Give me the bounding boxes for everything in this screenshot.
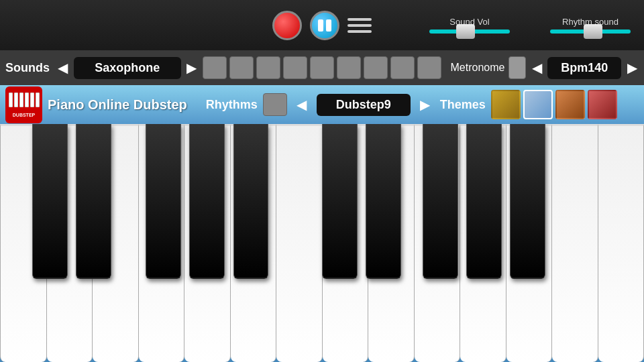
transport-controls [272, 11, 372, 40]
menu-line [347, 30, 372, 33]
top-bar: Sound Vol Rhythm sound [0, 0, 644, 50]
rhythm-sound-thumb[interactable] [584, 24, 602, 39]
logo-white-key [25, 93, 29, 107]
sliders-area: Sound Vol Rhythm sound [429, 17, 631, 34]
menu-line [347, 24, 372, 27]
black-key-5[interactable] [233, 124, 269, 279]
piano-area [0, 124, 644, 362]
sound-square-1[interactable] [203, 56, 227, 79]
black-key-2[interactable] [76, 124, 111, 279]
piano-container [0, 124, 644, 362]
black-key-4[interactable] [189, 124, 225, 279]
themes-label: Themes [440, 98, 486, 112]
pause-bar-right [326, 19, 331, 32]
rhythm-prev-button[interactable]: ◀ [292, 95, 311, 114]
black-key-1[interactable] [32, 124, 68, 279]
theme-blue[interactable] [523, 90, 553, 119]
logo-white-key [30, 93, 34, 107]
rhythm-next-button[interactable]: ▶ [416, 95, 435, 114]
current-sound-button[interactable]: Saxophone [74, 57, 181, 79]
white-key-13[interactable] [552, 124, 598, 362]
pause-button[interactable] [310, 11, 339, 40]
middle-row: DUBSTEP Piano Online Dubstep Rhythms ◀ D… [0, 85, 644, 124]
black-key-10[interactable] [510, 124, 545, 279]
current-rhythm-button[interactable]: Dubstep9 [317, 94, 411, 116]
sound-square-7[interactable] [364, 56, 388, 79]
sound-vol-thumb[interactable] [456, 24, 475, 39]
logo-white-key [14, 93, 18, 107]
sound-square-9[interactable] [417, 56, 441, 79]
sound-vol-track[interactable] [429, 29, 510, 34]
sound-square-4[interactable] [283, 56, 307, 79]
piano-title: Piano Online Dubstep [48, 97, 187, 113]
logo-white-key [9, 93, 13, 107]
rhythms-label: Rhythms [206, 98, 258, 112]
sound-vol-group: Sound Vol [429, 17, 510, 34]
logo-text: DUBSTEP [13, 113, 35, 117]
rhythm-sound-group: Rhythm sound [550, 17, 631, 34]
sounds-label: Sounds [5, 61, 52, 75]
menu-button[interactable] [347, 13, 372, 38]
black-key-9[interactable] [466, 124, 502, 279]
black-key-3[interactable] [146, 124, 181, 279]
bpm-next-button[interactable]: ▶ [625, 58, 639, 77]
theme-swatches [491, 90, 617, 119]
rhythm-sound-track[interactable] [550, 29, 631, 34]
sound-square-8[interactable] [390, 56, 415, 79]
sound-prev-button[interactable]: ◀ [56, 58, 70, 77]
logo-white-key [19, 93, 23, 107]
bpm-prev-button[interactable]: ◀ [530, 58, 543, 77]
app-logo: DUBSTEP [5, 86, 42, 123]
white-key-14[interactable] [598, 124, 645, 362]
metronome-label: Metronome [451, 62, 505, 74]
sound-square-6[interactable] [337, 56, 361, 79]
rhythm-square[interactable] [263, 93, 287, 116]
sound-square-3[interactable] [256, 56, 280, 79]
black-key-7[interactable] [366, 124, 401, 279]
logo-white-keys [9, 93, 40, 111]
theme-copper[interactable] [555, 90, 585, 119]
theme-gold[interactable] [491, 90, 521, 119]
sound-squares [203, 56, 441, 79]
sound-square-5[interactable] [310, 56, 334, 79]
white-key-7[interactable] [276, 124, 323, 362]
sound-next-button[interactable]: ▶ [185, 58, 199, 77]
bpm-button[interactable]: Bpm140 [547, 57, 621, 79]
record-button[interactable] [272, 11, 302, 40]
menu-line [347, 18, 372, 21]
black-key-8[interactable] [423, 124, 458, 279]
sound-square-2[interactable] [229, 56, 254, 79]
logo-keys-container [8, 93, 40, 111]
logo-white-key [36, 93, 40, 107]
pause-bar-left [318, 19, 323, 32]
black-key-6[interactable] [322, 124, 358, 279]
metronome-toggle[interactable] [508, 56, 526, 79]
theme-red[interactable] [588, 90, 617, 119]
sound-row: Sounds ◀ Saxophone ▶ Metronome ◀ Bpm140 … [0, 50, 644, 85]
